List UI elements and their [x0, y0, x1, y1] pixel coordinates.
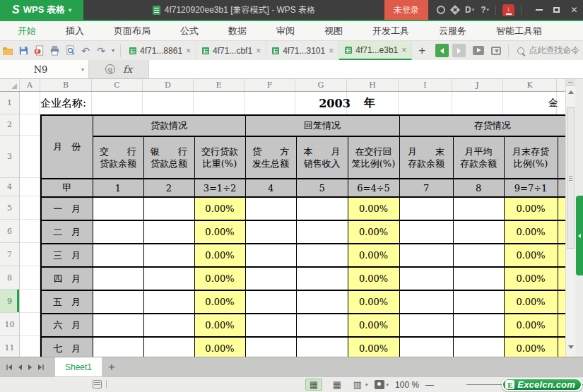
toolbar-more-dropdown[interactable]: ▾ [109, 47, 117, 54]
data-cell-clipped[interactable] [558, 337, 565, 357]
login-button[interactable]: 未登录 [384, 0, 428, 20]
year-cell[interactable]: 2003年 [295, 92, 399, 114]
page-break-view-button[interactable]: ▦ [329, 379, 346, 391]
pct-cell[interactable]: 0.00% [194, 314, 245, 337]
name-box[interactable]: N9 ▾ [0, 60, 89, 78]
data-cell[interactable] [453, 220, 504, 244]
data-cell[interactable] [453, 314, 504, 337]
formula-input[interactable] [149, 60, 583, 78]
header-cell[interactable]: 贷 方发生总额 [245, 136, 296, 179]
column-header-f[interactable]: F [245, 79, 295, 91]
tab-insert[interactable]: 插入 [51, 21, 99, 40]
data-cell[interactable] [143, 267, 194, 290]
code-cell[interactable]: 8 [453, 179, 504, 197]
pct-cell[interactable]: 0.00% [348, 197, 399, 220]
pct-cell[interactable]: 0.00% [194, 337, 245, 357]
code-cell[interactable]: 5 [296, 179, 348, 197]
normal-view-button[interactable]: ▦ [305, 379, 322, 391]
pct-cell[interactable]: 0.00% [194, 197, 245, 220]
month-cell[interactable]: 四 月 [41, 267, 93, 290]
month-cell[interactable]: 二 月 [41, 220, 93, 244]
data-cell[interactable] [296, 290, 348, 314]
code-cell[interactable]: 3=1÷2 [194, 179, 245, 197]
wps-logo-button[interactable]: S WPS 表格 ▾ [0, 0, 83, 20]
close-icon[interactable]: × [329, 46, 334, 56]
play-slideshow-icon[interactable] [473, 46, 484, 55]
row-header-11[interactable]: 11 [0, 336, 19, 357]
pct-cell[interactable]: 0.00% [194, 220, 245, 244]
column-header-h[interactable]: H [347, 79, 399, 91]
doc-tab-2[interactable]: 4f71...cbf1 × [196, 41, 266, 60]
row-header-6[interactable]: 6 [0, 220, 19, 243]
cell[interactable] [399, 92, 452, 114]
data-cell[interactable] [143, 220, 194, 244]
pct-cell[interactable]: 0.00% [348, 337, 399, 357]
pct-cell[interactable]: 0.00% [504, 290, 558, 314]
data-cell-clipped[interactable] [558, 197, 565, 220]
month-cell[interactable]: 六 月 [41, 314, 93, 337]
column-header-a[interactable]: A [20, 79, 40, 91]
scroll-up-button[interactable] [566, 87, 575, 97]
function-search-icon[interactable]: Q [105, 64, 115, 74]
tab-data[interactable]: 数据 [213, 21, 261, 40]
data-cell[interactable] [245, 267, 296, 290]
row-header-4[interactable]: 4 [0, 178, 19, 196]
group-header-loan[interactable]: 贷款情况 [93, 115, 245, 136]
doc-tab-4-active[interactable]: 4f71...e3b1 × [339, 41, 412, 60]
code-cell[interactable]: 2 [143, 179, 194, 197]
maximize-button[interactable] [548, 0, 565, 20]
data-cell[interactable] [296, 197, 348, 220]
data-cell[interactable] [93, 337, 143, 357]
data-cell-clipped[interactable] [558, 314, 565, 337]
data-cell[interactable] [453, 290, 504, 314]
row-header-7[interactable]: 7 [0, 243, 19, 266]
row-header-8[interactable]: 8 [0, 266, 19, 290]
cell[interactable] [92, 92, 143, 114]
group-header-return[interactable]: 回笼情况 [245, 115, 399, 136]
month-column-header[interactable]: 月 份 [41, 115, 93, 179]
command-search-box[interactable]: 点此查找命令 [517, 44, 579, 57]
header-cell[interactable]: 月 末存款余额 [399, 136, 453, 179]
undo-button[interactable]: ↶ [78, 42, 93, 59]
data-cell[interactable] [453, 244, 504, 267]
pct-cell[interactable]: 0.00% [348, 290, 399, 314]
month-cell[interactable]: 三 月 [41, 244, 93, 267]
docer-menu[interactable]: D▾ [465, 5, 474, 15]
last-sheet-button[interactable] [38, 364, 44, 370]
data-cell[interactable] [399, 197, 453, 220]
page-layout-view-button[interactable]: ▥▾ [352, 379, 368, 391]
data-cell-clipped[interactable] [558, 290, 565, 314]
data-cell[interactable] [143, 314, 194, 337]
row-header-5[interactable]: 5 [0, 196, 19, 220]
row-header-2[interactable]: 2 [0, 114, 19, 136]
cell[interactable] [245, 92, 295, 114]
tab-view[interactable]: 视图 [310, 21, 358, 40]
data-cell[interactable] [453, 267, 504, 290]
column-header-e[interactable]: E [194, 79, 245, 91]
vertical-scrollbar[interactable] [565, 79, 575, 357]
column-header-j[interactable]: J [452, 79, 503, 91]
export-pdf-button[interactable]: P [31, 42, 47, 59]
pct-cell[interactable]: 0.00% [504, 197, 558, 220]
header-cell[interactable]: 交 行贷款余额 [93, 136, 143, 179]
data-cell-clipped[interactable] [558, 267, 565, 290]
code-cell[interactable]: 7 [399, 179, 453, 197]
pct-cell[interactable]: 0.00% [348, 220, 399, 244]
close-button[interactable]: ✕ [565, 0, 583, 20]
data-cell[interactable] [93, 220, 143, 244]
column-header-g[interactable]: G [295, 79, 347, 91]
close-icon[interactable]: × [256, 46, 261, 56]
month-cell[interactable]: 七 月 [41, 337, 93, 357]
cell[interactable] [452, 92, 503, 114]
code-cell[interactable]: 9=7÷1 [504, 179, 558, 197]
data-cell[interactable] [93, 267, 143, 290]
previous-sheet-button[interactable] [18, 364, 22, 370]
data-cell[interactable] [245, 197, 296, 220]
insert-function-button[interactable]: fx [123, 64, 132, 75]
data-cell[interactable] [399, 314, 453, 337]
pct-cell[interactable]: 0.00% [504, 337, 558, 357]
close-icon[interactable]: × [186, 46, 191, 56]
tab-page-layout[interactable]: 页面布局 [99, 21, 165, 40]
data-cell[interactable] [143, 197, 194, 220]
first-sheet-button[interactable] [6, 364, 12, 370]
